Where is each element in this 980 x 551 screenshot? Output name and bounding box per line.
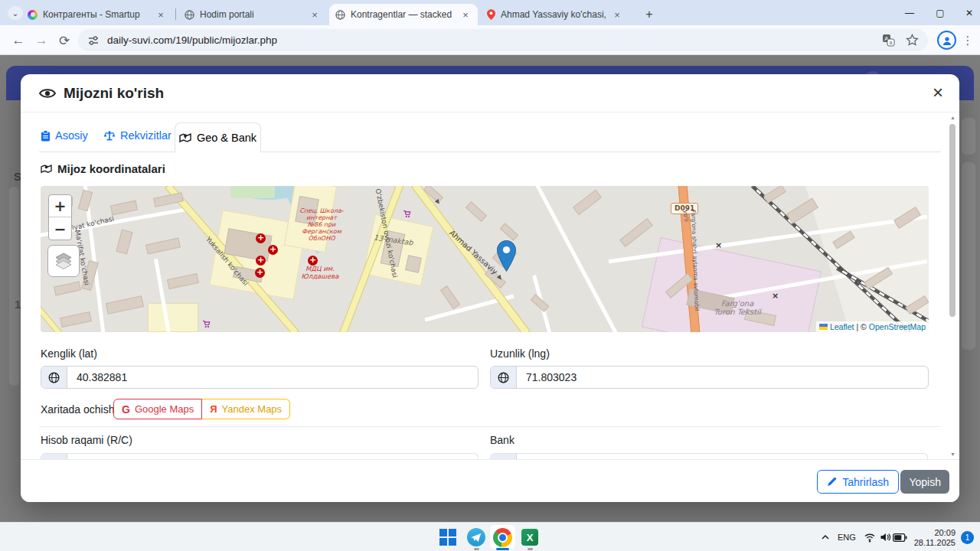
- browser-menu-icon[interactable]: ⋮: [957, 30, 978, 51]
- window-maximize-button[interactable]: ▢: [925, 0, 956, 25]
- tab-search-icon[interactable]: ⌄: [8, 6, 23, 20]
- tab-label: Rekvizitlar: [120, 129, 172, 142]
- map-attribution: Leaflet | © OpenStreetMap: [816, 321, 929, 332]
- scrollbar-thumb[interactable]: [949, 124, 956, 317]
- tab-close-icon[interactable]: ×: [155, 8, 167, 21]
- bookmark-star-icon[interactable]: [906, 34, 919, 47]
- bank-label: Bank: [490, 434, 514, 446]
- tab-title: Ahmad Yassaviy ko'chasi, 42 —: [501, 9, 606, 20]
- translate-icon[interactable]: Aa: [882, 34, 895, 47]
- hospital-marker-icon: [256, 233, 266, 243]
- new-tab-button[interactable]: +: [640, 5, 658, 24]
- svg-text:a: a: [890, 40, 893, 45]
- smartup-favicon: [28, 10, 38, 20]
- map-area: [148, 303, 198, 332]
- browser-tab-2[interactable]: Hodim portali ×: [178, 4, 327, 25]
- lng-label: Uzunlik (lng): [490, 347, 550, 360]
- background-panel: [962, 118, 975, 155]
- map-building: [78, 190, 93, 211]
- zoom-in-button[interactable]: +: [49, 195, 71, 217]
- person-icon: [942, 35, 952, 46]
- taskbar-clock[interactable]: 20:09 28.11.2025: [913, 528, 956, 547]
- forward-button[interactable]: →: [31, 30, 52, 51]
- edit-button[interactable]: Tahrirlash: [817, 470, 899, 494]
- leaflet-link[interactable]: Leaflet: [830, 322, 854, 331]
- clock-time: 20:09: [913, 528, 956, 538]
- windows-taskbar: X ENG 20:09 28.11.2025 1: [0, 522, 980, 551]
- ukraine-flag-icon: [819, 324, 828, 330]
- running-indicator: [474, 548, 479, 550]
- bank-field-partial[interactable]: [490, 453, 928, 459]
- lng-field[interactable]: 71.803023: [490, 366, 929, 389]
- chrome-taskbar-icon[interactable]: [490, 525, 515, 549]
- map-building: [619, 218, 653, 247]
- shop-cart-icon: [403, 210, 411, 218]
- browser-tab-1[interactable]: Контрагенты - Smartup ×: [21, 4, 173, 25]
- excel-icon[interactable]: X: [521, 529, 538, 546]
- map-layers-button[interactable]: [47, 245, 80, 277]
- back-button[interactable]: ←: [8, 30, 29, 51]
- chrome-logo-icon: [493, 528, 512, 547]
- window-close-button[interactable]: ✕: [954, 0, 980, 25]
- hospital-marker-icon: [255, 268, 265, 278]
- map-location-icon: [179, 132, 191, 143]
- railway-crossing-icon: ×: [715, 240, 722, 250]
- tray-chevron-icon[interactable]: [821, 533, 830, 541]
- reload-button[interactable]: ⟳: [54, 30, 75, 51]
- edit-button-label: Tahrirlash: [842, 476, 889, 488]
- scroll-up-icon[interactable]: ▲: [949, 115, 956, 120]
- tab-asosiy[interactable]: Asosiy: [41, 129, 88, 142]
- close-modal-button[interactable]: Yopish: [900, 470, 949, 494]
- scroll-down-icon[interactable]: ▼: [949, 452, 956, 457]
- map-links-group: G Google Maps Я Yandex Maps: [113, 399, 290, 419]
- tab-close-icon[interactable]: ×: [459, 8, 472, 21]
- section-divider: [39, 426, 941, 427]
- modal-close-icon[interactable]: ×: [927, 82, 949, 103]
- clock-date: 28.11.2025: [913, 538, 956, 548]
- modal-scrollbar[interactable]: ▲ ▼: [949, 115, 957, 458]
- volume-icon[interactable]: [880, 532, 891, 543]
- map-building: [54, 282, 81, 296]
- lat-label: Kenglik (lat): [41, 347, 97, 360]
- map-park: [230, 186, 275, 198]
- tab-close-icon[interactable]: ×: [611, 8, 623, 21]
- leaflet-map[interactable]: × ×: [41, 186, 929, 332]
- map-building: [500, 223, 519, 240]
- language-indicator[interactable]: ENG: [838, 533, 856, 542]
- notification-badge[interactable]: 1: [961, 531, 974, 544]
- zoom-out-button[interactable]: −: [49, 217, 71, 240]
- telegram-icon[interactable]: [467, 528, 485, 546]
- start-button[interactable]: [439, 529, 456, 546]
- google-g-icon: G: [122, 403, 130, 416]
- tab-rekvizitlar[interactable]: Rekvizitlar: [103, 129, 172, 142]
- map-building: [466, 201, 487, 222]
- location-marker-icon[interactable]: [497, 240, 516, 272]
- globe-favicon: [185, 10, 194, 20]
- hospital-marker-icon: [268, 245, 278, 255]
- battery-icon[interactable]: [893, 533, 907, 542]
- google-maps-button[interactable]: G Google Maps: [113, 399, 202, 419]
- open-map-label: Xaritada ochish: [41, 403, 115, 416]
- modal-footer: Tahrirlash Yopish: [21, 459, 959, 502]
- url-text: daily-suvi.com/19l/public/mijozlar.php: [107, 34, 882, 46]
- account-field-partial[interactable]: [41, 453, 479, 459]
- browser-tab-4[interactable]: Ahmad Yassaviy ko'chasi, 42 — ×: [481, 4, 629, 25]
- tab-label: Asosiy: [55, 129, 88, 142]
- map-label: Farg'ona Turon Tekstil: [705, 299, 769, 316]
- background-panel: [9, 187, 19, 386]
- tab-close-icon[interactable]: ×: [309, 8, 321, 21]
- site-settings-icon[interactable]: [87, 34, 100, 47]
- url-bar[interactable]: daily-suvi.com/19l/public/mijozlar.php A…: [78, 29, 928, 51]
- map-building: [440, 285, 460, 309]
- yandex-maps-button[interactable]: Я Yandex Maps: [202, 399, 290, 419]
- pencil-icon: [827, 477, 837, 487]
- map-label: МДЦ им. Юлдашева: [296, 266, 345, 280]
- tab-geo-bank-active[interactable]: Geo & Bank: [175, 122, 261, 152]
- profile-avatar[interactable]: [937, 31, 956, 50]
- lat-field[interactable]: 40.382881: [41, 366, 479, 389]
- window-minimize-button[interactable]: —: [894, 0, 925, 25]
- osm-link[interactable]: OpenStreetMap: [869, 322, 926, 331]
- browser-tab-3-active[interactable]: Kontragentlar — stacked moda ×: [329, 4, 478, 25]
- wifi-icon[interactable]: [864, 532, 876, 543]
- map-building: [106, 295, 144, 315]
